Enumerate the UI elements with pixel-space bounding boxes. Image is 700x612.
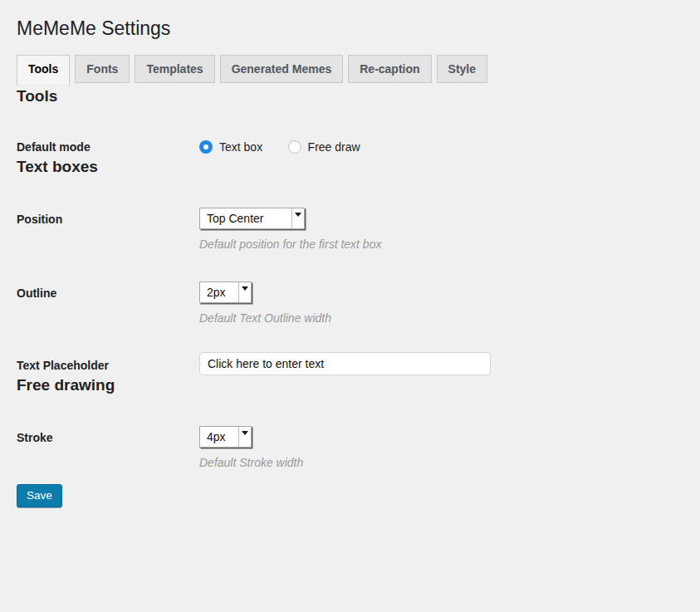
section-heading-tools: Tools xyxy=(17,86,683,105)
position-select[interactable]: Top Center xyxy=(199,208,305,229)
tab-tools[interactable]: Tools xyxy=(17,55,70,86)
text-placeholder-input[interactable] xyxy=(199,352,491,375)
outline-select-value: 2px xyxy=(200,282,238,302)
radio-selected-icon xyxy=(199,140,213,154)
stroke-row: Stroke 4px Default Stroke width xyxy=(17,426,683,469)
text-placeholder-field xyxy=(199,352,683,375)
tab-bar: Tools Fonts Templates Generated Memes Re… xyxy=(17,55,683,86)
tab-generated-memes[interactable]: Generated Memes xyxy=(220,55,344,83)
text-placeholder-row: Text Placeholder xyxy=(17,352,683,375)
tab-templates[interactable]: Templates xyxy=(135,55,214,83)
text-placeholder-label: Text Placeholder xyxy=(17,352,199,374)
outline-row: Outline 2px Default Text Outline width xyxy=(17,282,683,325)
position-field: Top Center Default position for the firs… xyxy=(199,208,683,251)
stroke-field: 4px Default Stroke width xyxy=(199,426,683,469)
outline-label: Outline xyxy=(17,282,199,301)
radio-text-box[interactable]: Text box xyxy=(199,139,262,155)
position-select-value: Top Center xyxy=(200,208,291,228)
dropdown-arrow-icon xyxy=(238,282,251,302)
page-title: MeMeMe Settings xyxy=(17,0,683,41)
position-row: Position Top Center Default position for… xyxy=(17,208,683,251)
stroke-select-value: 4px xyxy=(200,427,238,447)
radio-unselected-icon xyxy=(288,140,301,154)
dropdown-arrow-icon xyxy=(238,427,251,447)
stroke-select[interactable]: 4px xyxy=(199,426,252,448)
position-help-text: Default position for the first text box xyxy=(199,237,683,251)
default-mode-label: Default mode xyxy=(17,139,199,155)
dropdown-arrow-icon xyxy=(291,208,304,228)
radio-free-draw-label: Free draw xyxy=(308,139,360,155)
tab-fonts[interactable]: Fonts xyxy=(75,55,130,83)
save-button[interactable]: Save xyxy=(17,484,62,507)
stroke-help-text: Default Stroke width xyxy=(199,456,683,469)
outline-select[interactable]: 2px xyxy=(199,282,252,303)
section-heading-text-boxes: Text boxes xyxy=(17,157,683,176)
radio-text-box-label: Text box xyxy=(219,139,262,155)
stroke-label: Stroke xyxy=(17,426,199,446)
section-heading-free-drawing: Free drawing xyxy=(17,375,683,394)
tab-style[interactable]: Style xyxy=(437,55,487,83)
tab-re-caption[interactable]: Re-caption xyxy=(348,55,431,83)
outline-field: 2px Default Text Outline width xyxy=(199,282,683,325)
default-mode-row: Default mode Text box Free draw xyxy=(17,139,683,157)
outline-help-text: Default Text Outline width xyxy=(199,311,683,325)
position-label: Position xyxy=(17,208,199,228)
default-mode-field: Text box Free draw xyxy=(199,139,683,157)
radio-free-draw[interactable]: Free draw xyxy=(288,139,360,155)
settings-page: MeMeMe Settings Tools Fonts Templates Ge… xyxy=(0,0,700,507)
